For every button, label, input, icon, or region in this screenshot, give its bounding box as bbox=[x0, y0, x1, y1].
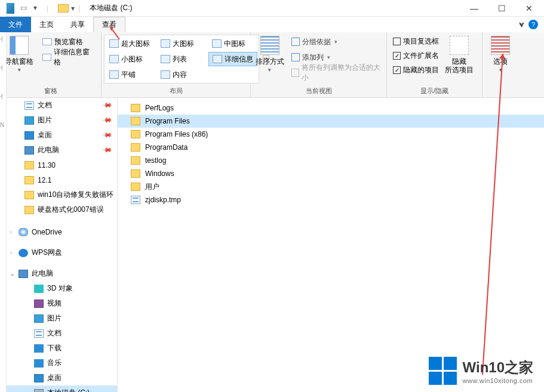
details-pane-icon bbox=[42, 54, 51, 61]
ribbon-group-layout: 超大图标 大图标 中图标 小图标 列表 详细信息 平铺 内容 ▴▾⋯ 布局 bbox=[102, 32, 251, 97]
layout-list[interactable]: 列表 bbox=[157, 52, 206, 66]
folder-icon bbox=[24, 206, 34, 214]
tab-view[interactable]: 查看 bbox=[93, 17, 125, 32]
nav-pictures[interactable]: 图片📌 bbox=[7, 113, 117, 128]
options-label: 选项 bbox=[493, 57, 508, 66]
details-pane-button[interactable]: 详细信息窗格 bbox=[39, 50, 97, 64]
file-row[interactable]: ProgramData bbox=[118, 141, 544, 154]
layout-extra-large[interactable]: 超大图标 bbox=[106, 36, 155, 51]
watermark-url: www.win10xitong.com bbox=[463, 377, 533, 384]
wps-icon bbox=[19, 249, 28, 257]
nav-videos[interactable]: 视频 bbox=[7, 296, 117, 311]
onedrive-icon bbox=[19, 228, 28, 236]
folder-icon bbox=[131, 183, 140, 191]
layout-tiles[interactable]: 平铺 bbox=[106, 67, 155, 82]
ribbon-group-layout-label: 布局 bbox=[102, 87, 250, 97]
videos-icon bbox=[34, 300, 44, 308]
nav-3d-objects[interactable]: 3D 对象 bbox=[7, 281, 117, 296]
file-row[interactable]: Program Files (x86) bbox=[118, 128, 544, 141]
navigation-tree[interactable]: 文档📌 图片📌 桌面📌 此电脑📌 11.30 12.1 win10自动修复失败循… bbox=[7, 98, 118, 392]
hidden-items-toggle[interactable]: ✓隐藏的项目 bbox=[391, 63, 441, 76]
help-icon[interactable]: ? bbox=[528, 20, 538, 29]
ribbon-group-panes-label: 窗格 bbox=[0, 87, 101, 97]
file-extensions-toggle[interactable]: ✓文件扩展名 bbox=[391, 49, 441, 62]
hide-selected-button[interactable]: 隐藏 所选项目 bbox=[445, 35, 474, 75]
nav-folder-3[interactable]: win10自动修复失败循环 bbox=[7, 187, 117, 202]
desktop-icon bbox=[34, 374, 44, 382]
layout-small[interactable]: 小图标 bbox=[106, 52, 155, 66]
file-list[interactable]: PerfLogs Program Files Program Files (x8… bbox=[118, 98, 544, 392]
tab-share[interactable]: 共享 bbox=[62, 17, 93, 32]
ribbon: 导航窗格 ▾ 预览窗格 详细信息窗格 窗格 超大图标 大图标 中图标 bbox=[0, 32, 544, 98]
folder-icon bbox=[131, 130, 140, 138]
group-by-button[interactable]: 分组依据▾ bbox=[289, 35, 383, 49]
nav-downloads[interactable]: 下载 bbox=[7, 341, 117, 356]
hide-label1: 隐藏 bbox=[452, 57, 466, 66]
file-row[interactable]: zjdiskp.tmp bbox=[118, 193, 544, 206]
file-row[interactable]: testlog bbox=[118, 154, 544, 167]
nav-desktop-2[interactable]: 桌面 bbox=[7, 371, 117, 385]
nav-pictures-2[interactable]: 图片 bbox=[7, 311, 117, 326]
documents-icon bbox=[34, 329, 44, 338]
qat-dropdown[interactable]: ▾ bbox=[71, 4, 75, 13]
size-columns-icon bbox=[291, 69, 299, 77]
pin-icon: 📌 bbox=[101, 129, 112, 141]
qat-new-folder-icon[interactable]: ▾ bbox=[33, 4, 43, 13]
item-checkboxes-toggle[interactable]: 项目复选框 bbox=[391, 35, 441, 48]
add-columns-icon bbox=[291, 53, 300, 61]
preview-pane-label: 预览窗格 bbox=[54, 37, 83, 47]
layout-content[interactable]: 内容 bbox=[157, 67, 206, 82]
size-columns-button[interactable]: 将所有列调整为合适的大小 bbox=[289, 66, 383, 80]
navigation-pane-icon bbox=[10, 36, 29, 55]
minimize-button[interactable]: — bbox=[460, 0, 488, 17]
nav-this-pc-2[interactable]: ⌄此电脑 bbox=[7, 266, 117, 281]
sort-by-icon bbox=[260, 36, 279, 55]
nav-documents[interactable]: 文档📌 bbox=[7, 98, 117, 113]
this-pc-icon bbox=[19, 270, 28, 278]
ribbon-group-current-view: 排序方式 ▾ 分组依据▾ 添加列▾ 将所有列调整为合适的大小 当前视图 bbox=[251, 32, 387, 97]
layout-details[interactable]: 详细信息 bbox=[208, 52, 257, 66]
folder-icon bbox=[131, 156, 140, 165]
content-area: 文档📌 图片📌 桌面📌 此电脑📌 11.30 12.1 win10自动修复失败循… bbox=[7, 98, 544, 392]
ribbon-group-show-hide-label: 显示/隐藏 bbox=[387, 87, 482, 97]
nav-onedrive[interactable]: ›OneDrive bbox=[7, 224, 117, 239]
maximize-button[interactable]: ☐ bbox=[488, 0, 515, 17]
folder-icon bbox=[24, 191, 34, 199]
tab-file[interactable]: 文件 bbox=[0, 17, 31, 32]
options-button[interactable]: 选项 ▾ bbox=[487, 35, 514, 73]
nav-music[interactable]: 音乐 bbox=[7, 356, 117, 371]
group-by-icon bbox=[291, 38, 300, 46]
music-icon bbox=[34, 359, 44, 368]
watermark-title: Win10之家 bbox=[463, 358, 533, 377]
3d-objects-icon bbox=[34, 285, 44, 293]
file-row[interactable]: PerfLogs bbox=[118, 101, 544, 115]
nav-folder-4[interactable]: 硬盘格式化0007错误 bbox=[7, 202, 117, 217]
nav-folder-2[interactable]: 12.1 bbox=[7, 172, 117, 187]
layout-medium[interactable]: 中图标 bbox=[208, 36, 257, 51]
nav-this-pc[interactable]: 此电脑📌 bbox=[7, 143, 117, 158]
folder-icon bbox=[131, 169, 140, 178]
file-icon bbox=[131, 196, 140, 204]
checkbox-checked-icon: ✓ bbox=[393, 52, 401, 60]
tab-home[interactable]: 主页 bbox=[31, 17, 62, 32]
downloads-icon bbox=[34, 344, 44, 353]
this-pc-icon bbox=[24, 146, 34, 155]
collapse-ribbon-icon[interactable]: ⮟ bbox=[519, 21, 525, 28]
nav-folder-1[interactable]: 11.30 bbox=[7, 158, 117, 172]
file-row[interactable]: 用户 bbox=[118, 180, 544, 193]
checkbox-unchecked-icon bbox=[393, 38, 401, 45]
navigation-pane-button[interactable]: 导航窗格 ▾ bbox=[4, 35, 35, 73]
nav-c-drive[interactable]: 本地磁盘 (C:) bbox=[7, 385, 117, 392]
file-row[interactable]: Windows bbox=[118, 167, 544, 180]
sort-by-button[interactable]: 排序方式 ▾ bbox=[254, 35, 285, 73]
file-row[interactable]: Program Files bbox=[118, 115, 544, 128]
folder-icon bbox=[131, 104, 140, 112]
ribbon-group-panes: 导航窗格 ▾ 预览窗格 详细信息窗格 窗格 bbox=[0, 32, 102, 97]
qat-properties-icon[interactable]: ▭ bbox=[20, 4, 30, 13]
close-button[interactable]: ✕ bbox=[515, 0, 543, 17]
layout-large[interactable]: 大图标 bbox=[157, 36, 206, 51]
nav-documents-2[interactable]: 文档 bbox=[7, 326, 117, 341]
layout-gallery[interactable]: 超大图标 大图标 中图标 小图标 列表 详细信息 平铺 内容 bbox=[104, 35, 259, 84]
nav-wps[interactable]: ›WPS网盘 bbox=[7, 245, 117, 260]
nav-desktop[interactable]: 桌面📌 bbox=[7, 128, 117, 143]
